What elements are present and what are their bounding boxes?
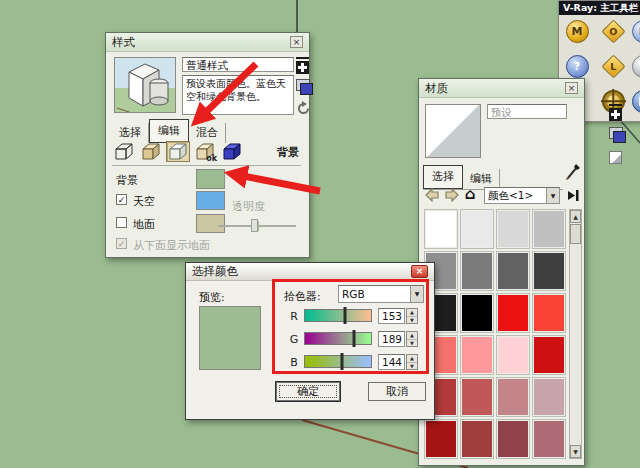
sky-checkbox[interactable]: ✓ (116, 194, 127, 205)
material-swatch[interactable] (532, 293, 566, 333)
vray-toolbar-title: V-Ray: 主工具栏 (559, 1, 640, 15)
materials-titlebar[interactable]: 材质 × (419, 79, 584, 98)
slider-thumb[interactable] (251, 219, 258, 232)
material-swatch[interactable] (460, 335, 494, 375)
pane-icon (609, 127, 623, 139)
vray-help-button[interactable]: ? (565, 54, 589, 78)
styles-titlebar[interactable]: 样式 × (106, 33, 309, 52)
ok-button[interactable]: 确定 (276, 382, 340, 401)
material-swatch[interactable] (532, 209, 566, 249)
face-settings-button[interactable] (139, 141, 163, 162)
materials-close-button[interactable]: × (565, 82, 578, 94)
color-titlebar[interactable]: 选择颜色 × (186, 263, 434, 281)
channel-r-slider[interactable] (304, 309, 372, 322)
channel-r-value[interactable]: 153 (378, 308, 405, 324)
channel-r-spinner[interactable]: ▲ ▼ (406, 308, 418, 324)
background-color-swatch[interactable] (196, 169, 225, 189)
update-style-button[interactable] (296, 79, 310, 91)
show-ground-below-checkbox[interactable]: ✓ (116, 238, 127, 249)
spin-up-icon[interactable]: ▲ (407, 355, 417, 363)
scroll-down-button[interactable]: ▼ (570, 445, 581, 458)
color-close-button[interactable]: × (411, 265, 428, 278)
material-swatch[interactable] (532, 251, 566, 291)
styles-title: 样式 (112, 35, 135, 50)
refresh-style-button[interactable] (296, 101, 311, 119)
vray-sphere-button[interactable] (631, 54, 640, 78)
material-swatch[interactable] (496, 377, 530, 417)
watermark-settings-button[interactable]: ok (193, 141, 217, 162)
channel-g-thumb[interactable] (352, 330, 355, 347)
channel-b-spinner[interactable]: ▲ ▼ (406, 354, 418, 370)
tab-edit[interactable]: 编辑 (149, 119, 189, 143)
tab-mix[interactable]: 混合 (189, 123, 226, 143)
channel-b-label: B (288, 356, 300, 369)
modeling-settings-button[interactable] (220, 141, 244, 162)
create-material-button[interactable] (609, 104, 622, 121)
vray-render-button[interactable]: R (631, 19, 640, 43)
materials-title: 材质 (425, 81, 448, 96)
material-swatch[interactable] (496, 419, 530, 459)
material-swatch[interactable] (424, 419, 458, 459)
spin-up-icon[interactable]: ▲ (407, 332, 417, 340)
material-swatch[interactable] (460, 293, 494, 333)
picker-dropdown[interactable]: RGB ▼ (338, 285, 424, 303)
scroll-up-button[interactable]: ▲ (570, 210, 581, 223)
channel-g-slider[interactable] (304, 332, 372, 345)
background-settings-button[interactable] (166, 141, 190, 162)
material-swatch[interactable] (424, 209, 458, 249)
ground-checkbox[interactable] (116, 217, 127, 228)
material-name-field[interactable]: 预设 (487, 104, 567, 119)
spin-down-icon[interactable]: ▼ (407, 317, 417, 324)
channel-b-thumb[interactable] (341, 353, 344, 370)
home-button[interactable]: ⌂ (462, 186, 478, 202)
ground-color-swatch[interactable] (196, 214, 225, 233)
material-swatch[interactable] (496, 251, 530, 291)
forward-button[interactable] (443, 187, 459, 203)
channel-r-thumb[interactable] (343, 307, 346, 324)
style-description-field[interactable]: 预设表面颜色。蓝色天空和绿色背景色。 (182, 75, 294, 115)
spin-up-icon[interactable]: ▲ (407, 309, 417, 317)
chevron-down-icon[interactable]: ▼ (410, 286, 423, 302)
scroll-thumb[interactable] (570, 224, 581, 244)
channel-g-value[interactable]: 189 (378, 331, 405, 347)
sky-color-swatch[interactable] (196, 191, 225, 210)
material-swatch[interactable] (460, 419, 494, 459)
vray-options-button[interactable]: O (601, 19, 625, 43)
styles-close-button[interactable]: × (290, 36, 303, 48)
transparency-label: 透明度 (232, 199, 265, 214)
material-swatch[interactable] (496, 209, 530, 249)
spin-down-icon[interactable]: ▼ (407, 340, 417, 347)
material-swatch[interactable] (532, 419, 566, 459)
style-preview-thumbnail (114, 57, 176, 113)
edge-settings-button[interactable] (112, 141, 136, 162)
vray-m-icon: M (566, 20, 589, 43)
material-grid-scrollbar[interactable]: ▲ ▼ (569, 209, 582, 459)
vray-lights-button[interactable]: L (601, 54, 625, 78)
material-swatch[interactable] (460, 209, 494, 249)
material-swatch[interactable] (532, 377, 566, 417)
spin-down-icon[interactable]: ▼ (407, 363, 417, 370)
material-swatch[interactable] (460, 377, 494, 417)
cancel-button[interactable]: 取消 (368, 382, 426, 401)
channel-b-slider[interactable] (304, 355, 372, 368)
tab-select[interactable]: 选择 (112, 123, 149, 143)
vray-l-tag-icon: L (601, 54, 625, 78)
tab-select[interactable]: 选择 (423, 165, 463, 189)
vray-pause-button[interactable] (631, 89, 640, 113)
secondary-pane-button[interactable] (609, 127, 623, 139)
details-arrow-icon (566, 188, 580, 203)
vray-material-editor-button[interactable]: M (565, 19, 589, 43)
style-name-field[interactable]: 普通样式 (182, 57, 294, 72)
back-button[interactable] (424, 187, 440, 203)
collection-dropdown[interactable]: 颜色<1> ▼ (484, 187, 560, 204)
details-button[interactable] (565, 187, 581, 203)
material-swatch[interactable] (496, 293, 530, 333)
eyedropper-button[interactable] (565, 163, 581, 184)
chevron-down-icon[interactable]: ▼ (546, 188, 559, 203)
material-swatch[interactable] (460, 251, 494, 291)
create-style-button[interactable] (296, 57, 309, 74)
material-swatch[interactable] (532, 335, 566, 375)
material-swatch[interactable] (496, 335, 530, 375)
channel-b-value[interactable]: 144 (378, 354, 405, 370)
channel-g-spinner[interactable]: ▲ ▼ (406, 331, 418, 347)
